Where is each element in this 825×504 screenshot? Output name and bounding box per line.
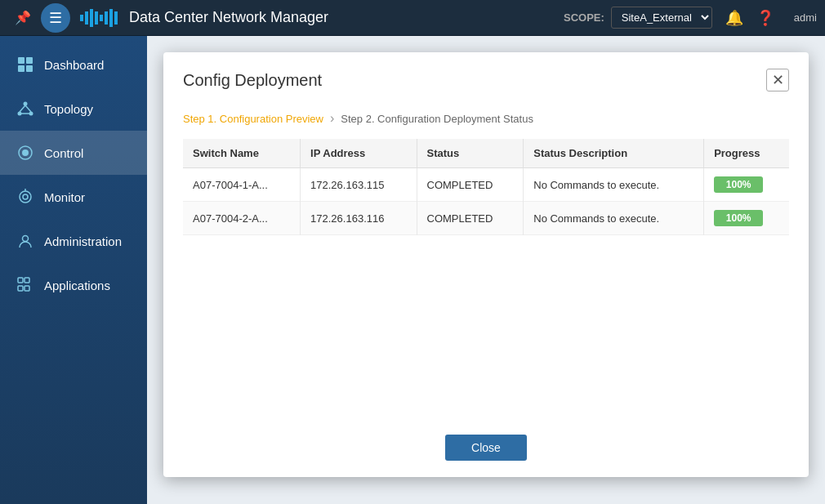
menu-button[interactable]: ☰	[41, 3, 70, 33]
cell-ip-address: 172.26.163.116	[301, 202, 417, 235]
sidebar-item-applications[interactable]: Applications	[0, 263, 147, 307]
table-area: Switch Name IP Address Status Status Des…	[163, 139, 809, 418]
svg-point-12	[24, 102, 28, 106]
sidebar-label-monitor: Monitor	[44, 190, 85, 204]
user-label[interactable]: admi	[794, 11, 817, 24]
col-status: Status	[417, 139, 524, 168]
svg-rect-24	[18, 278, 23, 283]
col-ip-address: IP Address	[301, 139, 417, 168]
col-progress: Progress	[704, 139, 789, 168]
col-status-description: Status Description	[524, 139, 704, 168]
step-1-label: Step 1. Configuration Preview	[183, 113, 323, 125]
dashboard-icon	[16, 56, 34, 74]
content-area: Config Deployment ✕ Step 1. Configuratio…	[147, 36, 825, 504]
sidebar-item-topology[interactable]: Topology	[0, 87, 147, 131]
main-layout: Dashboard Topology	[0, 36, 825, 504]
sidebar-label-control: Control	[44, 146, 83, 160]
applications-icon	[16, 276, 34, 294]
modal-header: Config Deployment ✕	[163, 52, 809, 105]
cell-switch-name: A07-7004-1-A...	[183, 168, 301, 202]
control-icon	[16, 144, 34, 162]
notification-icon[interactable]: 🔔	[725, 9, 743, 27]
svg-rect-8	[18, 57, 25, 64]
svg-point-21	[23, 194, 28, 199]
svg-point-20	[20, 191, 31, 203]
cisco-logo	[80, 8, 119, 28]
cell-switch-name: A07-7004-2-A...	[183, 202, 301, 235]
sidebar-item-monitor[interactable]: Monitor	[0, 175, 147, 219]
cell-ip-address: 172.26.163.115	[301, 168, 417, 202]
progress-badge: 100%	[714, 210, 763, 226]
cell-status-description: No Commands to execute.	[524, 202, 704, 235]
cell-status: COMPLETED	[417, 202, 524, 235]
sidebar-label-administration: Administration	[44, 234, 122, 248]
cell-progress: 100%	[704, 168, 789, 202]
svg-rect-25	[25, 278, 29, 283]
svg-rect-11	[26, 65, 33, 72]
deployment-table: Switch Name IP Address Status Status Des…	[183, 139, 789, 235]
administration-icon	[16, 232, 34, 250]
svg-rect-26	[18, 286, 23, 291]
table-row: A07-7004-1-A... 172.26.163.115 COMPLETED…	[183, 168, 789, 202]
close-button[interactable]: Close	[445, 435, 527, 461]
svg-rect-6	[109, 9, 113, 27]
sidebar-label-applications: Applications	[44, 279, 110, 292]
pin-icon[interactable]: 📌	[8, 3, 38, 33]
sidebar-label-topology: Topology	[44, 102, 93, 116]
cell-status-description: No Commands to execute.	[524, 168, 704, 202]
sidebar-item-control[interactable]: Control	[0, 131, 147, 175]
sidebar-item-administration[interactable]: Administration	[0, 219, 147, 263]
svg-rect-27	[25, 286, 29, 291]
svg-point-19	[22, 149, 29, 156]
cell-progress: 100%	[704, 202, 789, 235]
cell-status: COMPLETED	[417, 168, 524, 202]
scope-label: SCOPE:	[564, 11, 604, 24]
config-deployment-modal: Config Deployment ✕ Step 1. Configuratio…	[163, 52, 809, 477]
step-2-label: Step 2. Configuration Deployment Status	[341, 113, 533, 125]
svg-rect-4	[100, 15, 103, 21]
svg-line-15	[20, 105, 25, 112]
sidebar-item-dashboard[interactable]: Dashboard	[0, 42, 147, 87]
table-header-row: Switch Name IP Address Status Status Des…	[183, 139, 789, 168]
svg-rect-0	[80, 15, 83, 21]
step-1[interactable]: Step 1. Configuration Preview	[183, 113, 323, 125]
progress-badge: 100%	[714, 176, 763, 193]
step-arrow: ›	[330, 111, 334, 126]
svg-rect-7	[114, 11, 118, 25]
svg-rect-2	[90, 9, 93, 27]
step-2[interactable]: Step 2. Configuration Deployment Status	[341, 113, 533, 125]
sidebar-label-dashboard: Dashboard	[44, 58, 104, 72]
help-icon[interactable]: ❓	[756, 9, 774, 27]
modal-footer: Close	[163, 418, 809, 477]
scope-area: SCOPE: SiteA_External	[564, 7, 712, 29]
app-title: Data Center Network Manager	[129, 9, 564, 26]
col-switch-name: Switch Name	[183, 139, 301, 168]
topbar: 📌 ☰ Data Center Network Manager SCOPE: S…	[0, 0, 825, 36]
svg-rect-10	[18, 65, 25, 72]
sidebar: Dashboard Topology	[0, 36, 147, 504]
topbar-icons: 🔔 ❓ admi	[725, 9, 817, 27]
svg-rect-1	[85, 11, 88, 25]
scope-select[interactable]: SiteA_External	[611, 7, 712, 29]
svg-rect-9	[26, 57, 33, 64]
svg-rect-5	[105, 11, 108, 25]
modal-title: Config Deployment	[183, 71, 322, 90]
svg-line-16	[25, 105, 31, 112]
monitor-icon	[16, 188, 34, 206]
modal-close-button[interactable]: ✕	[766, 69, 789, 91]
stepper: Step 1. Configuration Preview › Step 2. …	[163, 105, 809, 139]
svg-rect-3	[95, 11, 98, 25]
svg-point-23	[23, 236, 29, 242]
table-row: A07-7004-2-A... 172.26.163.116 COMPLETED…	[183, 202, 789, 235]
topology-icon	[16, 100, 34, 118]
